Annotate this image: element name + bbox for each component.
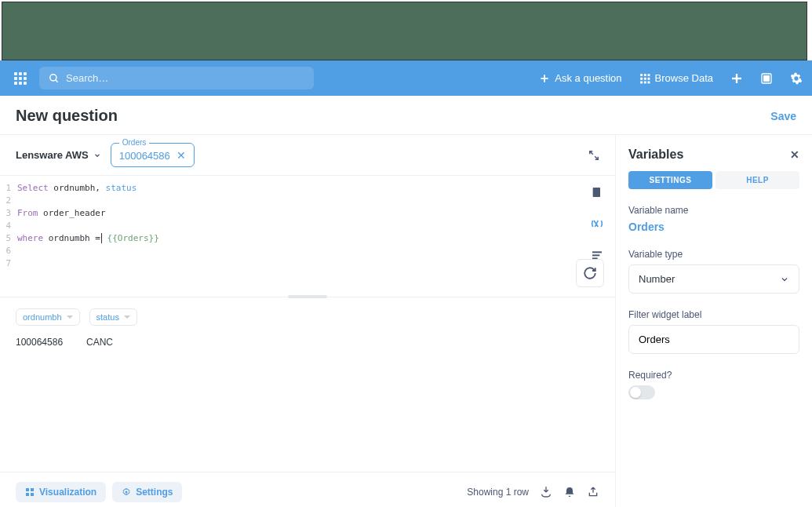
visualization-button[interactable]: Visualization [16, 482, 106, 502]
variable-pill-label: Orders [119, 138, 150, 147]
required-label: Required? [628, 370, 799, 381]
navbar: Ask a question Browse Data [0, 60, 812, 96]
filter-widget-input[interactable] [628, 325, 799, 354]
svg-point-0 [50, 74, 56, 80]
search-input[interactable] [66, 72, 304, 84]
plus-bold-icon [730, 72, 743, 85]
svg-rect-25 [26, 488, 29, 491]
ask-question-link[interactable]: Ask a question [539, 72, 621, 84]
table-row: 100064586 CANC [16, 334, 599, 351]
share-icon[interactable] [587, 486, 599, 498]
settings-button-bottom[interactable]: Settings [112, 482, 182, 502]
database-name: Lensware AWS [16, 149, 89, 161]
variable-pill[interactable]: Orders 100064586 ✕ [111, 143, 195, 167]
header-row: New question Save [0, 96, 812, 134]
filter-widget-label: Filter widget label [628, 309, 799, 320]
resize-handle[interactable] [288, 295, 327, 298]
panel-title: Variables [628, 148, 683, 162]
grid-icon [639, 73, 650, 84]
collapse-editor-button[interactable] [588, 150, 599, 161]
cell-ordnumbh: 100064586 [16, 337, 77, 348]
archive-button[interactable] [760, 72, 773, 85]
top-banner [2, 2, 807, 60]
filter-bar: Lensware AWS Orders 100064586 ✕ [0, 135, 615, 176]
svg-rect-26 [31, 488, 34, 491]
svg-rect-27 [26, 493, 29, 496]
run-query-button[interactable] [576, 259, 604, 287]
plus-icon [539, 73, 550, 84]
variable-pill-value: 100064586 [119, 150, 170, 162]
variable-type-select[interactable]: Number [628, 264, 799, 294]
svg-rect-16 [764, 75, 770, 81]
variables-panel: Variables ✕ SETTINGS HELP Variable name … [616, 135, 812, 507]
contract-icon [588, 150, 599, 161]
svg-rect-21 [594, 188, 600, 197]
browse-data-link[interactable]: Browse Data [639, 72, 713, 84]
svg-rect-5 [643, 74, 646, 76]
ask-label: Ask a question [555, 72, 621, 84]
download-icon[interactable] [540, 486, 552, 498]
svg-rect-8 [643, 77, 646, 79]
svg-rect-6 [647, 74, 650, 76]
svg-rect-23 [592, 254, 599, 256]
variables-button[interactable] [590, 217, 604, 231]
row-count: Showing 1 row [467, 487, 529, 498]
cell-status: CANC [86, 337, 113, 348]
archive-icon [760, 72, 773, 85]
variable-pill-clear[interactable]: ✕ [177, 149, 186, 162]
browse-label: Browse Data [655, 72, 713, 84]
sql-editor[interactable]: 1234567 Select ordnumbh, status From ord… [0, 176, 615, 297]
variable-name-value[interactable]: Orders [628, 221, 799, 233]
logo[interactable] [9, 67, 31, 89]
svg-line-1 [56, 79, 58, 82]
results-table: ordnumbh status 100064586 CANC [0, 297, 615, 351]
svg-point-29 [126, 491, 128, 494]
chevron-down-icon [93, 151, 101, 159]
database-selector[interactable]: Lensware AWS [16, 149, 101, 161]
svg-rect-10 [640, 81, 643, 83]
svg-rect-28 [31, 493, 34, 496]
refresh-icon [583, 266, 597, 280]
tab-help[interactable]: HELP [716, 171, 799, 189]
svg-rect-4 [640, 74, 643, 76]
settings-button[interactable] [790, 72, 803, 85]
bottom-bar: Visualization Settings Showing 1 row [0, 472, 615, 507]
add-button[interactable] [730, 72, 743, 85]
svg-rect-22 [592, 251, 602, 253]
search-icon [49, 73, 60, 84]
svg-rect-12 [647, 81, 650, 83]
chevron-down-icon [780, 275, 789, 284]
svg-rect-9 [647, 77, 650, 79]
variable-type-label: Variable type [628, 249, 799, 260]
required-toggle[interactable] [628, 385, 655, 399]
svg-rect-11 [643, 81, 646, 83]
table-icon [25, 487, 35, 497]
gear-icon [790, 72, 803, 85]
variable-name-label: Variable name [628, 205, 799, 216]
search-box[interactable] [39, 67, 314, 89]
close-panel-button[interactable]: ✕ [790, 148, 799, 161]
book-icon [591, 186, 603, 199]
reference-button[interactable] [590, 185, 604, 199]
column-header-status[interactable]: status [89, 308, 137, 326]
save-button[interactable]: Save [770, 110, 796, 122]
line-gutter: 1234567 [0, 176, 14, 297]
column-header-ordnumbh[interactable]: ordnumbh [16, 308, 80, 326]
svg-rect-7 [640, 77, 643, 79]
code-area[interactable]: Select ordnumbh, status From order_heade… [14, 176, 615, 297]
page-title: New question [16, 107, 118, 125]
variable-icon [591, 217, 603, 230]
gear-small-icon [122, 487, 131, 497]
bell-icon[interactable] [563, 486, 576, 498]
tab-settings[interactable]: SETTINGS [628, 171, 712, 189]
